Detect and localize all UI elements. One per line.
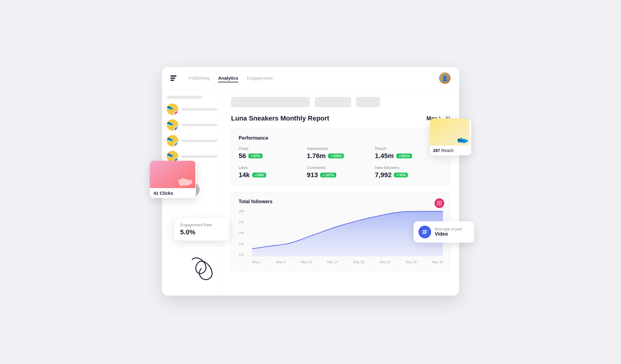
- account-line-3: [181, 140, 217, 142]
- chart-x-labels: May 2 May 6 May 10 May 14 May 18 May 22 …: [252, 260, 443, 264]
- x-label-may6: May 6: [276, 260, 285, 264]
- metric-comments-value-row: 913 107%: [307, 171, 375, 179]
- account-line-2: [181, 124, 217, 126]
- metric-posts: Posts 56 87%: [239, 146, 307, 160]
- report-header: Luna Sneakers Monthly Report May 1– 31: [231, 114, 451, 122]
- metric-posts-value: 56: [239, 152, 246, 160]
- chart-ig-badge: [435, 198, 444, 208]
- y-label-24k: 24k: [239, 231, 251, 235]
- main-content: Luna Sneakers Monthly Report May 1– 31 P…: [223, 90, 459, 296]
- clicks-card-label: 41 Clicks: [150, 188, 196, 198]
- metric-posts-value-row: 56 87%: [239, 152, 307, 160]
- performance-grid: Posts 56 87% Impressions 1.76m 305%: [239, 146, 443, 179]
- engagement-label: Engagement Rate: [180, 223, 223, 227]
- metric-likes-label: Likes: [239, 165, 307, 170]
- metric-impressions: Impressions 1.76m 305%: [307, 146, 375, 160]
- metric-comments: Comments 913 107%: [307, 165, 375, 179]
- metric-posts-label: Posts: [239, 146, 307, 151]
- metric-reach-badge: 501%: [396, 154, 412, 158]
- metric-new-followers-label: New followers: [375, 165, 443, 170]
- reach-value: 287: [433, 148, 440, 153]
- metric-new-followers-value-row: 7,992 20%: [375, 171, 443, 179]
- x-label-may10: May 10: [301, 260, 312, 264]
- best-post-value: Video: [435, 231, 462, 237]
- metric-impressions-label: Impressions: [307, 146, 375, 151]
- filter-skeleton-1: [231, 97, 310, 107]
- metric-likes-value-row: 14k 58%: [239, 171, 307, 179]
- chart-area: 26k 25k 24k 23k 22k: [239, 209, 443, 264]
- x-label-may2: May 2: [252, 260, 261, 264]
- account-avatar-fb: 👟 f: [167, 119, 178, 131]
- account-line-1: [181, 108, 217, 111]
- float-engagement-card: Engagement Rate 5.0%: [174, 218, 229, 240]
- y-label-25k: 25k: [239, 220, 251, 224]
- tab-engagement[interactable]: Engagement: [247, 74, 273, 82]
- x-label-may22: May 22: [380, 260, 391, 264]
- metric-comments-value: 913: [307, 171, 318, 179]
- tw-badge: t: [174, 142, 178, 147]
- svg-rect-10: [423, 230, 427, 231]
- filter-skeleton-2: [315, 97, 351, 107]
- reach-card-image: [430, 118, 469, 146]
- float-reach-card: 287 Reach: [430, 118, 471, 155]
- chart-title: Total followers: [239, 199, 443, 204]
- x-label-may14: May 14: [327, 260, 338, 264]
- best-post-text: Best type of post Video: [435, 227, 462, 237]
- metric-impressions-value-row: 1.76m 305%: [307, 152, 375, 160]
- metric-new-followers-value: 7,992: [375, 171, 391, 179]
- svg-rect-12: [423, 233, 426, 234]
- performance-title: Performance: [239, 135, 443, 141]
- nav-tabs: Publishing Analytics Engagement: [189, 74, 430, 82]
- fb-badge: f: [174, 127, 178, 131]
- metric-likes-value: 14k: [239, 171, 250, 179]
- x-label-may26: May 26: [406, 260, 417, 264]
- sidebar-account-3[interactable]: 👟 t: [167, 135, 217, 147]
- x-label-may18: May 18: [353, 260, 364, 264]
- tab-analytics[interactable]: Analytics: [218, 74, 238, 82]
- tab-publishing[interactable]: Publishing: [189, 74, 210, 82]
- metric-likes-badge: 58%: [252, 173, 266, 177]
- sidebar-account-2[interactable]: 👟 f: [167, 119, 217, 131]
- metric-likes: Likes 14k 58%: [239, 165, 307, 179]
- main-card: Publishing Analytics Engagement 👤 👟 ig: [162, 67, 459, 296]
- svg-rect-11: [423, 232, 427, 233]
- metric-impressions-badge: 305%: [328, 154, 344, 158]
- metric-posts-badge: 87%: [248, 154, 262, 158]
- best-post-label: Best type of post: [435, 227, 462, 231]
- svg-point-4: [438, 202, 440, 204]
- reach-card-label: 287 Reach: [430, 146, 471, 155]
- account-avatar-ig: 👟 ig: [167, 104, 178, 115]
- y-label-22k: 22k: [239, 253, 251, 256]
- float-clicks-card: 41 Clicks: [150, 161, 196, 198]
- logo-icon: [170, 75, 176, 81]
- metric-comments-badge: 107%: [320, 173, 336, 177]
- top-nav: Publishing Analytics Engagement 👤: [162, 67, 459, 90]
- report-title: Luna Sneakers Monthly Report: [231, 114, 329, 122]
- y-label-23k: 23k: [239, 242, 251, 246]
- sidebar-skeleton-1: [167, 96, 202, 99]
- svg-point-5: [440, 202, 441, 202]
- float-best-post-card: Best type of post Video: [414, 221, 474, 243]
- metric-comments-label: Comments: [307, 165, 375, 170]
- clicks-card-image: [150, 161, 195, 188]
- engagement-value: 5.0%: [180, 228, 223, 236]
- layout: 👟 ig 👟 f 👟 t: [162, 90, 459, 296]
- filter-skeleton-3: [356, 97, 380, 107]
- avatar[interactable]: 👤: [439, 72, 451, 84]
- performance-card: Performance Posts 56: [231, 128, 451, 186]
- metric-reach-value: 1.45m: [375, 152, 394, 160]
- account-avatar-tw: 👟 t: [167, 135, 178, 147]
- y-label-26k: 26k: [239, 209, 251, 213]
- svg-rect-3: [437, 201, 441, 205]
- account-line-4: [181, 155, 217, 158]
- reach-label: Reach: [441, 148, 453, 153]
- metric-new-followers: New followers 7,992 20%: [375, 165, 443, 179]
- ig-badge: ig: [174, 111, 178, 115]
- metric-impressions-value: 1.76m: [307, 152, 326, 160]
- chart-y-labels: 26k 25k 24k 23k 22k: [239, 209, 251, 256]
- metric-new-followers-badge: 20%: [394, 173, 408, 177]
- sidebar-account-1[interactable]: 👟 ig: [167, 104, 217, 115]
- x-label-may30: May 30: [432, 260, 443, 264]
- filter-bar: [231, 97, 451, 107]
- best-post-icon: [418, 226, 431, 238]
